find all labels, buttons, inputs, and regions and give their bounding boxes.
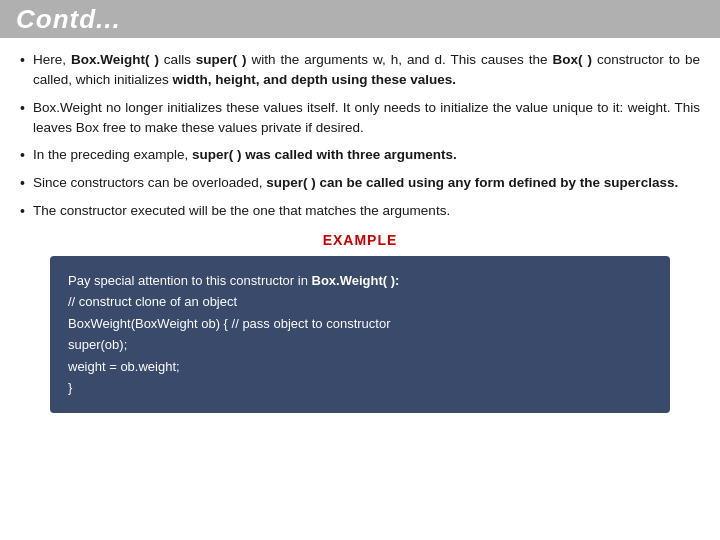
list-item: Since constructors can be overloaded, su… — [20, 173, 700, 194]
code-line-1: // construct clone of an object — [68, 291, 652, 312]
header-title: Contd... — [16, 4, 121, 35]
list-item: Box.Weight no longer initializes these v… — [20, 98, 700, 139]
example-label: EXAMPLE — [20, 232, 700, 248]
page-container: Contd... Here, Box.Weight( ) calls super… — [0, 0, 720, 540]
bullet-list: Here, Box.Weight( ) calls super( ) with … — [20, 50, 700, 222]
header-bar: Contd... — [0, 0, 720, 38]
bullet-text-2: Box.Weight no longer initializes these v… — [33, 98, 700, 139]
bullet-text-4: Since constructors can be overloaded, su… — [33, 173, 700, 193]
code-line-4: weight = ob.weight; — [68, 356, 652, 377]
bullet-text-3: In the preceding example, super( ) was c… — [33, 145, 700, 165]
list-item: The constructor executed will be the one… — [20, 201, 700, 222]
list-item: In the preceding example, super( ) was c… — [20, 145, 700, 166]
list-item: Here, Box.Weight( ) calls super( ) with … — [20, 50, 700, 91]
code-intro: Pay special attention to this constructo… — [68, 270, 652, 291]
code-line-2: BoxWeight(BoxWeight ob) { // pass object… — [68, 313, 652, 334]
bullet-text-1: Here, Box.Weight( ) calls super( ) with … — [33, 50, 700, 91]
content-area: Here, Box.Weight( ) calls super( ) with … — [0, 38, 720, 425]
code-box: Pay special attention to this constructo… — [50, 256, 670, 413]
code-line-3: super(ob); — [68, 334, 652, 355]
bullet-text-5: The constructor executed will be the one… — [33, 201, 700, 221]
code-line-5: } — [68, 377, 652, 398]
